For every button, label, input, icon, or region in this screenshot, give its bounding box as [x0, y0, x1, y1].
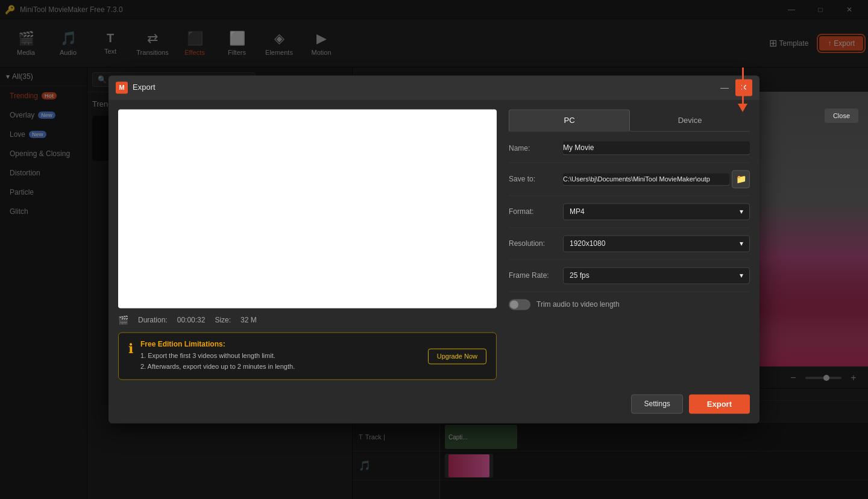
toggle-thumb	[510, 300, 518, 309]
resolution-row: Resolution: 1920x1080 ▾	[509, 235, 750, 260]
export-dialog: M Export — ✕ 🎬 Duration: 00:00:32 Si	[108, 75, 760, 423]
warning-line1: 1. Export the first 3 videos without len…	[140, 351, 421, 362]
export-tab-pc[interactable]: PC	[509, 109, 630, 131]
warning-text: Free Edition Limitations: 1. Export the …	[140, 340, 421, 372]
trim-row: Trim audio to video length	[509, 299, 750, 310]
dialog-meta: 🎬 Duration: 00:00:32 Size: 32 M	[118, 315, 497, 325]
video-meta-icon: 🎬	[118, 315, 128, 325]
resolution-value: 1920x1080	[570, 239, 605, 248]
video-thumbnail	[118, 109, 497, 308]
dialog-footer: Settings Export	[108, 390, 760, 424]
dialog-titlebar: M Export — ✕	[108, 75, 760, 99]
close-tooltip[interactable]: Close	[825, 108, 858, 123]
settings-button[interactable]: Settings	[631, 395, 682, 414]
dialog-preview: 🎬 Duration: 00:00:32 Size: 32 M ℹ Free E…	[118, 109, 497, 380]
trim-toggle[interactable]	[509, 299, 530, 310]
warning-icon: ℹ	[128, 341, 133, 357]
format-label: Format:	[509, 207, 563, 216]
save-to-row: Save to: C:\Users\bj\Documents\MiniTool …	[509, 170, 750, 196]
dialog-body: 🎬 Duration: 00:00:32 Size: 32 M ℹ Free E…	[108, 99, 760, 389]
frame-rate-chevron-icon: ▾	[740, 271, 743, 280]
name-input[interactable]	[563, 141, 750, 155]
name-label: Name:	[509, 144, 563, 152]
frame-rate-value: 25 fps	[570, 271, 590, 280]
arrow-head	[738, 104, 747, 112]
warning-title: Free Edition Limitations:	[140, 340, 421, 348]
arrow-indicator	[738, 67, 747, 112]
format-value: MP4	[570, 207, 585, 216]
export-tabs: PC Device	[509, 109, 750, 131]
warning-line2: 2. Afterwards, export video up to 2 minu…	[140, 362, 421, 372]
resolution-label: Resolution:	[509, 239, 563, 248]
format-chevron-icon: ▾	[740, 207, 743, 216]
export-main-button[interactable]: Export	[689, 395, 750, 414]
dialog-settings: PC Device Name: Save to: C:\Users\bj\Doc…	[509, 109, 750, 380]
arrow-line	[742, 67, 744, 104]
warning-box: ℹ Free Edition Limitations: 1. Export th…	[118, 332, 497, 380]
dialog-minimize-button[interactable]: —	[716, 79, 733, 96]
upgrade-now-button[interactable]: Upgrade Now	[428, 348, 486, 364]
format-row: Format: MP4 ▾	[509, 203, 750, 228]
duration-value: 00:00:32	[177, 316, 206, 324]
resolution-chevron-icon: ▾	[740, 239, 743, 248]
frame-rate-label: Frame Rate:	[509, 271, 563, 280]
save-to-label: Save to:	[509, 175, 563, 183]
resolution-select[interactable]: 1920x1080 ▾	[563, 235, 750, 252]
export-tab-device[interactable]: Device	[630, 109, 750, 131]
name-row: Name:	[509, 141, 750, 163]
browse-folder-button[interactable]: 📁	[732, 170, 750, 188]
frame-rate-select[interactable]: 25 fps ▾	[563, 267, 750, 284]
duration-label: Duration:	[138, 316, 168, 324]
format-select[interactable]: MP4 ▾	[563, 203, 750, 220]
frame-rate-row: Frame Rate: 25 fps ▾	[509, 267, 750, 292]
save-to-value[interactable]: C:\Users\bj\Documents\MiniTool MovieMake…	[563, 173, 729, 186]
trim-label: Trim audio to video length	[536, 300, 620, 309]
dialog-title: Export	[133, 83, 716, 92]
size-label: Size:	[215, 316, 231, 324]
size-value: 32 M	[241, 316, 257, 324]
dialog-icon: M	[116, 81, 128, 93]
